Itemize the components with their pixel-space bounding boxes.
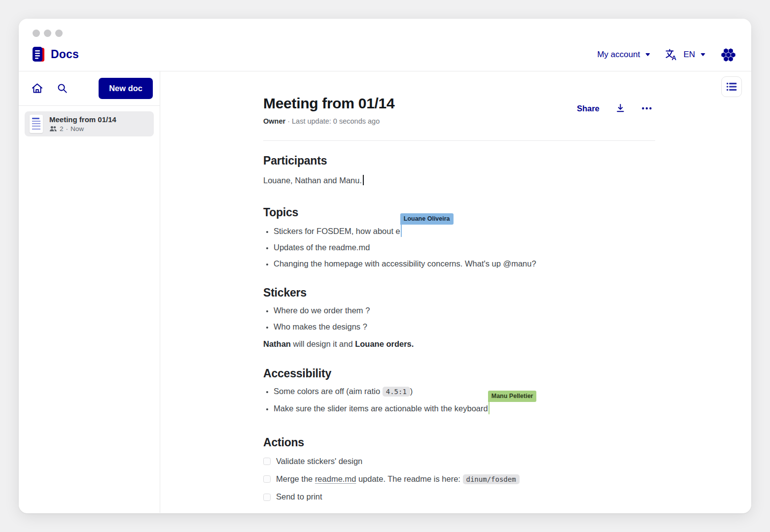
app-header: Docs My account A EN (19, 19, 751, 71)
download-button[interactable] (615, 103, 626, 114)
sidebar: New doc Meeting from 01/14 (19, 71, 160, 513)
collab-cursor-label: Manu Pelletier (488, 391, 537, 402)
language-label: EN (683, 50, 695, 60)
inline-code: 4.5:1 (383, 387, 410, 397)
checkbox[interactable] (263, 475, 271, 483)
list-item: Stickers for FOSDEM, how about eLouane O… (274, 225, 655, 237)
doc-thumbnail-icon (30, 115, 43, 133)
collaborators-icon (49, 126, 57, 132)
window-dot[interactable] (44, 30, 51, 37)
checkbox[interactable] (263, 458, 271, 465)
list-item: Who makes the designs ? (274, 321, 655, 333)
document-meta: Owner · Last update: 0 seconds ago (263, 117, 394, 125)
heading-topics: Topics (263, 206, 655, 219)
list-icon (726, 82, 737, 91)
language-selector[interactable]: A EN (665, 48, 705, 61)
docs-logo-icon (31, 46, 46, 63)
translate-icon: A (665, 48, 678, 61)
accessibility-list: Some colors are off (aim ratio 4.5:1) Ma… (263, 386, 655, 415)
document-title: Meeting from 01/14 (263, 95, 394, 112)
actions-checklist: Validate stickers' design Merge the read… (263, 456, 655, 502)
list-item: Where do we order them ? (274, 305, 655, 317)
task-row: Merge the readme.md update. The readme i… (263, 473, 655, 485)
window-dot[interactable] (55, 30, 63, 37)
doc-item-title: Meeting from 01/14 (49, 115, 116, 124)
app-name: Docs (51, 48, 79, 61)
task-row: Validate stickers' design (263, 456, 655, 467)
inline-code: dinum/fosdem (463, 474, 520, 484)
share-button[interactable]: Share (577, 104, 599, 113)
stickers-note: Nathan will design it and Louane orders. (263, 338, 655, 350)
chevron-down-icon (700, 53, 705, 56)
my-account-label: My account (597, 50, 640, 60)
list-item: Some colors are off (aim ratio 4.5:1) (274, 386, 655, 398)
divider (263, 140, 655, 141)
app-logo[interactable]: Docs (31, 46, 79, 63)
heading-accessibility: Accessibility (263, 367, 655, 380)
list-item: Make sure the slider items are actionabl… (274, 402, 655, 415)
collab-cursor-louane: Louane Oliveira (401, 225, 402, 237)
note-end: orders. (384, 339, 414, 348)
search-button[interactable] (57, 83, 68, 94)
doc-list: Meeting from 01/14 2·Now (19, 106, 160, 142)
my-account-menu[interactable]: My account (597, 50, 650, 60)
task-label: Merge the readme.md update. The readme i… (276, 473, 520, 485)
home-icon (31, 82, 43, 95)
list-item: Updates of the readme.md (274, 242, 655, 254)
doc-list-item[interactable]: Meeting from 01/14 2·Now (25, 111, 154, 136)
topics-list: Stickers for FOSDEM, how about eLouane O… (263, 225, 655, 270)
collab-cursor-label: Louane Oliveira (400, 213, 454, 225)
text-caret (363, 175, 364, 185)
list-item: Changing the homepage with accessibility… (274, 258, 655, 270)
apps-grid-button[interactable] (720, 48, 736, 62)
heading-actions: Actions (263, 436, 655, 449)
document-actions: Share (577, 103, 655, 114)
document: Meeting from 01/14 Owner · Last update: … (263, 71, 655, 513)
home-button[interactable] (31, 82, 43, 95)
doc-item-meta: 2·Now (49, 125, 116, 133)
header-actions: My account A EN (597, 45, 736, 65)
window-dot[interactable] (33, 30, 40, 37)
sidebar-toolbar: New doc (19, 71, 160, 106)
svg-text:A: A (672, 54, 677, 61)
collab-cursor-manu: Manu Pelletier (489, 402, 490, 414)
participants-text: Louane, Nathan and Manu. (263, 175, 655, 187)
heading-stickers: Stickers (263, 286, 655, 299)
editor-main: Meeting from 01/14 Owner · Last update: … (160, 71, 751, 513)
table-of-contents-button[interactable] (721, 76, 742, 97)
new-doc-button[interactable]: New doc (99, 78, 153, 99)
stickers-list: Where do we order them ? Who makes the d… (263, 305, 655, 333)
window-controls (33, 30, 63, 37)
checkbox[interactable] (263, 494, 271, 501)
search-icon (57, 83, 68, 94)
readme-link[interactable]: readme.md (315, 474, 356, 483)
app-window: Docs My account A EN (19, 19, 751, 513)
more-options-button[interactable] (641, 106, 652, 110)
task-row: Send to print (263, 491, 655, 502)
heading-participants: Participants (263, 154, 655, 167)
chevron-down-icon (645, 53, 650, 56)
